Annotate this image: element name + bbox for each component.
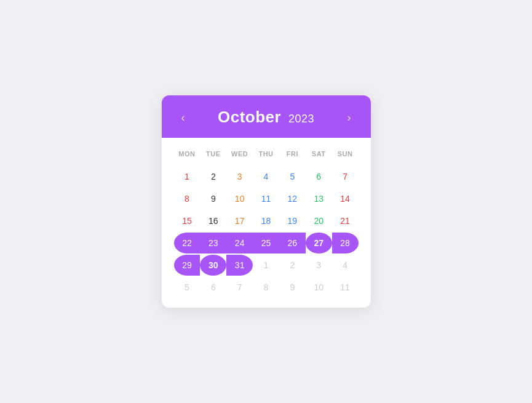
weekday-label: THU bbox=[253, 146, 279, 161]
day-cell[interactable]: 9 bbox=[279, 277, 306, 298]
day-cell[interactable]: 6 bbox=[200, 277, 226, 298]
calendar-header: ‹ October 2023 › bbox=[162, 95, 371, 138]
day-cell[interactable]: 5 bbox=[279, 166, 306, 187]
weekday-label: MON bbox=[174, 146, 200, 161]
day-cell[interactable]: 18 bbox=[253, 210, 279, 231]
day-cell[interactable]: 25 bbox=[253, 233, 279, 253]
day-cell[interactable]: 27 bbox=[306, 233, 332, 253]
day-cell[interactable]: 8 bbox=[253, 277, 279, 298]
day-cell[interactable]: 30 bbox=[200, 255, 226, 276]
year-label: 2023 bbox=[288, 113, 314, 125]
day-cell[interactable]: 23 bbox=[200, 233, 226, 253]
weekday-label: TUE bbox=[200, 146, 226, 161]
day-cell[interactable]: 26 bbox=[279, 233, 306, 253]
day-cell[interactable]: 21 bbox=[332, 210, 359, 231]
day-cell[interactable]: 17 bbox=[226, 210, 253, 231]
day-cell[interactable]: 1 bbox=[174, 166, 200, 187]
prev-month-button[interactable]: ‹ bbox=[177, 110, 190, 126]
month-label: October bbox=[218, 108, 281, 126]
day-cell[interactable]: 2 bbox=[279, 255, 306, 276]
day-cell[interactable]: 28 bbox=[332, 233, 359, 253]
day-cell[interactable]: 7 bbox=[226, 277, 253, 298]
day-cell[interactable]: 15 bbox=[174, 210, 200, 231]
day-cell[interactable]: 24 bbox=[226, 233, 253, 253]
day-cell[interactable]: 10 bbox=[306, 277, 332, 298]
day-cell[interactable]: 10 bbox=[226, 188, 253, 209]
weekday-label: SUN bbox=[332, 146, 359, 161]
day-cell[interactable]: 5 bbox=[174, 277, 200, 298]
day-cell[interactable]: 13 bbox=[306, 188, 332, 209]
day-cell[interactable]: 7 bbox=[332, 166, 359, 187]
day-cell[interactable]: 4 bbox=[332, 255, 359, 276]
day-cell[interactable]: 14 bbox=[332, 188, 359, 209]
days-grid: 1234567891011121314151617181920212223242… bbox=[174, 166, 359, 298]
day-cell[interactable]: 31 bbox=[226, 255, 253, 276]
day-cell[interactable]: 6 bbox=[306, 166, 332, 187]
day-cell[interactable]: 3 bbox=[226, 166, 253, 187]
calendar-body: MONTUEWEDTHUFRISATSUN 123456789101112131… bbox=[162, 138, 371, 308]
day-cell[interactable]: 12 bbox=[279, 188, 306, 209]
day-cell[interactable]: 29 bbox=[174, 255, 200, 276]
next-month-button[interactable]: › bbox=[343, 110, 356, 126]
day-cell[interactable]: 2 bbox=[200, 166, 226, 187]
day-cell[interactable]: 11 bbox=[253, 188, 279, 209]
day-cell[interactable]: 3 bbox=[306, 255, 332, 276]
day-cell[interactable]: 8 bbox=[174, 188, 200, 209]
weekday-label: SAT bbox=[306, 146, 332, 161]
day-cell[interactable]: 16 bbox=[200, 210, 226, 231]
weekday-label: WED bbox=[226, 146, 253, 161]
day-cell[interactable]: 19 bbox=[279, 210, 306, 231]
weekday-label: FRI bbox=[279, 146, 306, 161]
weekdays-row: MONTUEWEDTHUFRISATSUN bbox=[174, 146, 359, 161]
day-cell[interactable]: 4 bbox=[253, 166, 279, 187]
calendar-title: October 2023 bbox=[218, 108, 314, 127]
day-cell[interactable]: 1 bbox=[253, 255, 279, 276]
calendar-widget: ‹ October 2023 › MONTUEWEDTHUFRISATSUN 1… bbox=[162, 95, 371, 308]
day-cell[interactable]: 22 bbox=[174, 233, 200, 253]
day-cell[interactable]: 11 bbox=[332, 277, 359, 298]
day-cell[interactable]: 20 bbox=[306, 210, 332, 231]
day-cell[interactable]: 9 bbox=[200, 188, 226, 209]
